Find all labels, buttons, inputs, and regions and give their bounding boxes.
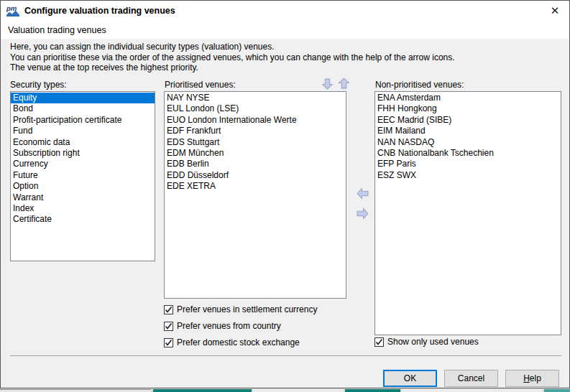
list-item[interactable]: EUL London (LSE) [165,103,346,114]
prioritised-venues-listbox[interactable]: NAY NYSEEUL London (LSE)EUO London Inter… [164,91,346,299]
pm-app-icon: pm [6,5,19,17]
list-item[interactable]: Certificate [11,214,155,225]
checkmark-icon [375,338,383,346]
background-window-fragment [0,389,151,392]
help-button-rest: elp [530,373,541,383]
list-item[interactable]: Option [11,181,155,192]
list-item[interactable]: Currency [11,159,155,169]
checkbox-box[interactable] [374,337,384,347]
list-item[interactable]: Index [11,203,155,214]
security-types-label: Security types: [10,80,67,90]
help-button-accelerator: H [523,373,530,383]
background-window-fragment [402,389,543,392]
list-item[interactable]: EUO London Internationale Werte [165,115,346,126]
background-window-fragment [253,389,344,392]
instruction-line: Here, you can assign the individual secu… [10,42,455,52]
checkbox-box[interactable] [164,322,173,331]
checkbox-label: Show only used venues [387,337,479,347]
checkbox-box[interactable] [164,338,173,347]
window-title: Configure valuation trading venues [24,6,175,16]
instruction-line: You can prioritise these via the order o… [10,52,455,63]
close-icon[interactable]: ✕ [546,4,564,18]
prefer-venues-from-country-checkbox[interactable]: Prefer venues from country [164,321,281,331]
cancel-button[interactable]: Cancel [444,370,498,387]
instruction-line: The venue at the top receives the highes… [10,62,455,73]
list-item[interactable]: NAN NASDAQ [375,137,561,148]
list-item[interactable]: Bond [11,103,155,114]
ok-button[interactable]: OK [383,370,437,387]
help-button[interactable]: Help [505,370,559,387]
non-prioritised-venues-label: Non-prioritised venues: [375,80,464,90]
prioritised-venues-label: Prioritised venues: [165,80,236,90]
instructions: Here, you can assign the individual secu… [10,42,455,73]
checkbox-label: Prefer venues in settlement currency [177,304,317,314]
list-item[interactable]: EEC Madrid (SIBE) [375,115,561,126]
list-item[interactable]: Future [11,170,155,181]
assign-venue-left-icon[interactable] [357,187,369,200]
checkmark-icon [165,339,173,347]
checkmark-icon [165,322,173,330]
title-bar: pm Configure valuation trading venues ✕ [1,1,569,21]
move-down-icon[interactable] [321,78,334,90]
list-item[interactable]: EDD Düsseldorf [165,170,346,181]
dialog-configure-valuation-trading-venues: pm Configure valuation trading venues ✕ … [0,0,570,388]
checkbox-label: Prefer venues from country [177,321,281,331]
non-prioritised-venues-listbox[interactable]: ENA AmsterdamFHH HongkongEEC Madrid (SIB… [374,91,561,335]
list-item[interactable]: EDB Berlin [165,159,346,169]
list-item[interactable]: ENA Amsterdam [375,93,561,103]
checkbox-box[interactable] [164,305,173,314]
list-item[interactable]: EFP Paris [375,159,561,169]
list-item[interactable]: EDE XETRA [165,181,346,192]
background-window-fragment [544,389,570,392]
background-window-strip [0,388,570,392]
list-item[interactable]: Profit-participation certificate [11,115,155,126]
list-item[interactable]: CNB Nationalbank Tschechien [375,148,561,159]
remove-venue-right-icon[interactable] [357,207,369,220]
prefer-settlement-currency-checkbox[interactable]: Prefer venues in settlement currency [164,304,317,314]
list-item[interactable]: FHH Hongkong [375,103,561,114]
list-item[interactable]: EDF Frankfurt [165,126,346,136]
checkbox-label: Prefer domestic stock exchange [177,337,300,347]
checkmark-icon [165,306,173,314]
background-window-fragment [153,389,252,392]
list-item[interactable]: Equity [11,93,155,103]
background-window-fragment [345,389,400,392]
screen: pm Configure valuation trading venues ✕ … [0,0,570,392]
security-types-listbox[interactable]: EquityBondProfit-participation certifica… [10,91,155,261]
page-title: Valuation trading venues [8,25,106,35]
list-item[interactable]: Subscription right [11,148,155,159]
list-item[interactable]: EDS Stuttgart [165,137,346,148]
show-only-used-venues-checkbox[interactable]: Show only used venues [374,337,479,347]
list-item[interactable]: NAY NYSE [165,93,346,103]
move-up-icon[interactable] [338,78,350,90]
footer-separator [10,355,561,356]
list-item[interactable]: Fund [11,126,155,136]
list-item[interactable]: Warrant [11,192,155,203]
prefer-domestic-stock-exchange-checkbox[interactable]: Prefer domestic stock exchange [164,337,300,347]
dialog-subtitle-bar: Valuation trading venues [1,21,569,39]
list-item[interactable]: EIM Mailand [375,126,561,136]
list-item[interactable]: Economic data [11,137,155,148]
list-item[interactable]: ESZ SWX [375,170,561,181]
list-item[interactable]: EDM München [165,148,346,159]
